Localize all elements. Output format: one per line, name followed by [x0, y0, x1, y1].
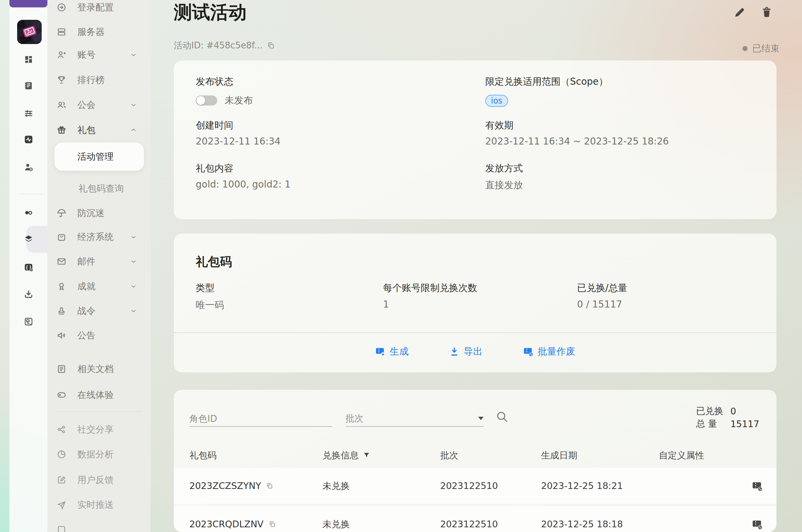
sidebar-item-anti-addiction[interactable]: 防沉迷	[48, 200, 151, 226]
code-text: 2023CRQDLZNV	[189, 519, 264, 529]
generated-date: 2023-12-25 18:18	[541, 519, 659, 529]
col-redeem-info: 兑换信息	[322, 449, 440, 461]
share-icon	[56, 424, 67, 435]
sidebar-item-announcement[interactable]: 公告	[48, 323, 151, 348]
dashboard-icon[interactable]	[10, 54, 48, 65]
type-value: 唯一码	[196, 299, 224, 311]
export-download-icon	[449, 346, 460, 357]
sidebar-item-leaderboard[interactable]: 排行榜	[48, 67, 151, 92]
void-batch-button[interactable]: 批量作废	[523, 345, 575, 358]
page-title: 测试活动	[174, 1, 246, 23]
redeem-status: 未兑换	[322, 480, 440, 492]
sidebar-item-analytics[interactable]: 数据分析	[48, 442, 151, 467]
sidebar-item-economy[interactable]: 经济系统	[48, 224, 151, 249]
table-row: 2023CRQDLZNV 未兑换 2023122510 2023-12-25 1…	[174, 506, 777, 532]
col-date: 生成日期	[541, 449, 659, 461]
edit-button[interactable]	[733, 6, 745, 18]
code-text: 2023ZCZSZYNY	[189, 480, 261, 491]
link-infinity-icon[interactable]	[10, 207, 48, 218]
code-badge-icon[interactable]	[10, 262, 48, 273]
content-value: gold: 1000, gold2: 1	[196, 179, 291, 190]
sidebar-item-battlepass[interactable]: 战令	[48, 298, 151, 323]
ticket-void-icon	[523, 346, 534, 357]
chevron-down-icon	[130, 101, 137, 109]
chevron-down-icon	[130, 51, 137, 58]
menu-divider	[56, 411, 142, 412]
layers-icon[interactable]	[10, 233, 48, 245]
avatar[interactable]	[17, 20, 42, 44]
sidebar-item-guild[interactable]: 公会	[48, 92, 151, 117]
overview-card: 发布状态 未发布 限定兑换适用范围（Scope） ios 创建时间 2023-1…	[174, 60, 777, 219]
generate-button[interactable]: 生成	[375, 345, 409, 358]
filter-funnel-icon[interactable]	[363, 452, 370, 459]
delivery-label: 发放方式	[485, 162, 523, 175]
activity-icon[interactable]	[10, 134, 48, 145]
activity-id-text: 活动ID: #458c5e8f...	[174, 40, 263, 52]
void-code-icon[interactable]	[740, 480, 763, 492]
flow-warning-icon[interactable]	[10, 316, 48, 327]
delete-button[interactable]	[761, 6, 773, 18]
batch-value: 2023122510	[440, 519, 541, 529]
void-code-icon[interactable]	[740, 518, 763, 530]
rail-divider	[19, 194, 43, 194]
table-body: 2023ZCZSZYNY 未兑换 2023122510 2023-12-25 1…	[174, 468, 777, 532]
redeemed-count-value: 0	[730, 406, 736, 416]
export-button[interactable]: 导出	[449, 345, 483, 358]
copy-icon[interactable]	[268, 520, 276, 528]
sidebar-item-giftcode-query[interactable]: 礼包码查询	[48, 176, 151, 201]
sidebar-item-mail[interactable]: 邮件	[48, 249, 151, 274]
shopping-bag-icon	[56, 231, 67, 242]
table-header: 礼包码 兑换信息 批次 生成日期 自定义属性	[174, 443, 777, 467]
sidebar-item-social-share[interactable]: 社交分享	[48, 417, 151, 442]
sidebar-item-realtime-push[interactable]: 实时推送	[48, 492, 151, 517]
sidebar-item-feedback[interactable]: 用户反馈	[48, 467, 151, 492]
medal-icon	[56, 281, 67, 292]
copy-icon[interactable]	[267, 41, 275, 50]
user-settings-icon[interactable]	[10, 161, 48, 173]
batch-value: 2023122510	[440, 480, 541, 491]
login-icon	[56, 2, 67, 13]
redeem-status: 未兑换	[322, 518, 440, 530]
chevron-down-icon	[130, 233, 137, 241]
total-count-value: 15117	[730, 419, 759, 429]
delivery-value: 直接发放	[485, 179, 523, 192]
speaker-icon	[56, 330, 67, 341]
sidebar-item-achievement[interactable]: 成就	[48, 273, 151, 299]
sidebar-item-partial[interactable]	[48, 517, 151, 532]
chevron-down-icon	[130, 283, 137, 290]
chevron-up-icon	[130, 126, 137, 134]
edit-square-icon	[56, 475, 67, 485]
sidebar-item-gift[interactable]: 礼包	[48, 117, 151, 142]
created-value: 2023-12-11 16:34	[196, 136, 280, 147]
brand-logo[interactable]	[10, 0, 48, 7]
chevron-down-icon	[130, 258, 137, 265]
download-icon[interactable]	[10, 288, 48, 300]
generated-date: 2023-12-25 18:21	[541, 480, 659, 491]
created-label: 创建时间	[196, 119, 234, 132]
batch-select[interactable]: 批次	[346, 411, 484, 427]
role-id-input[interactable]	[189, 411, 333, 427]
sliders-icon[interactable]	[10, 108, 48, 119]
publish-toggle[interactable]	[196, 95, 217, 106]
journal-icon[interactable]	[10, 80, 48, 91]
sidebar-item-server[interactable]: 服务器	[48, 19, 151, 44]
gamepad-icon	[56, 390, 67, 400]
content-label: 礼包内容	[196, 162, 234, 175]
sidebar-item-login-config[interactable]: 登录配置	[48, 0, 151, 20]
search-button[interactable]	[495, 410, 509, 423]
redeem-stats: 已兑换 0 总 量 15117	[696, 405, 759, 430]
type-label: 类型	[196, 282, 215, 294]
sidebar-item-account[interactable]: 账号	[48, 42, 151, 67]
col-code: 礼包码	[189, 449, 322, 461]
icon-rail	[10, 0, 48, 532]
scope-label: 限定兑换适用范围（Scope）	[485, 75, 608, 88]
validity-label: 有效期	[485, 119, 514, 132]
total-count-label: 总 量	[696, 418, 726, 430]
mail-icon	[56, 256, 67, 267]
sidebar-item-activity-management[interactable]: 活动管理	[55, 142, 144, 171]
copy-icon[interactable]	[266, 482, 274, 490]
col-batch: 批次	[440, 449, 541, 461]
ticket-plus-icon	[375, 346, 386, 357]
sidebar-item-playground[interactable]: 在线体验	[48, 382, 151, 407]
sidebar-item-docs[interactable]: 相关文档	[48, 356, 151, 381]
